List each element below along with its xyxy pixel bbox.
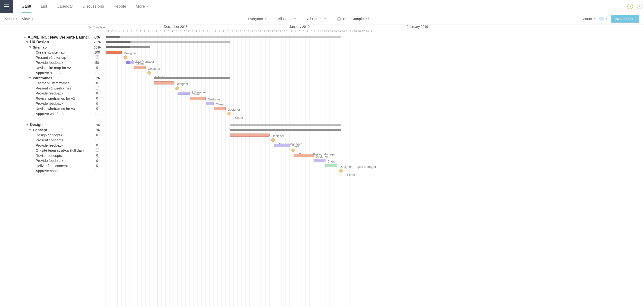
task-row[interactable]: Design concepts0: [0, 133, 106, 138]
day-header: 2: [202, 30, 206, 34]
task-row[interactable]: Approve site map: [0, 70, 106, 76]
complete-checkbox[interactable]: [96, 112, 99, 115]
task-bar[interactable]: Designer: [230, 134, 270, 137]
task-row[interactable]: Present v1 sitemap: [0, 55, 106, 60]
day-header: 6: [126, 30, 130, 34]
task-bar[interactable]: Designer, Project Manager: [326, 164, 337, 167]
task-row[interactable]: Provide feedback0: [0, 143, 106, 148]
collapse-icon[interactable]: [26, 41, 28, 43]
group-row[interactable]: Sitemap55%: [0, 45, 106, 50]
milestone[interactable]: Project Manager: [271, 138, 275, 142]
hide-completed-toggle[interactable]: Hide Completed: [337, 17, 369, 21]
day-header: 20: [341, 30, 346, 34]
task-bar[interactable]: Client: [178, 92, 190, 95]
milestone[interactable]: Project Manager: [175, 86, 179, 90]
task-row[interactable]: Approve concept: [0, 168, 106, 173]
task-row[interactable]: Revise wireframes for v20: [0, 96, 106, 101]
group-row[interactable]: ACME INC: New Website Launch6%: [0, 34, 106, 40]
group-row[interactable]: Design0%: [0, 122, 106, 128]
task-row[interactable]: Present concepts: [0, 138, 106, 143]
complete-checkbox[interactable]: [96, 86, 99, 90]
task-bar[interactable]: Designer: [106, 51, 122, 54]
day-header: 13: [322, 30, 326, 34]
day-header: 19: [162, 30, 166, 34]
task-row[interactable]: Provide feedback50: [0, 60, 106, 65]
complete-checkbox[interactable]: [96, 56, 99, 59]
task-row[interactable]: Present v1 wireframes: [0, 86, 106, 91]
complete-checkbox[interactable]: [96, 148, 99, 152]
gantt-body[interactable]: DesignerProject ManagerClientDesignerCli…: [106, 34, 644, 307]
task-pct: 0: [88, 159, 106, 163]
task-bar[interactable]: Client: [314, 159, 326, 162]
task-bar[interactable]: Designer: [134, 66, 146, 69]
summary-bar[interactable]: [230, 129, 341, 131]
task-row[interactable]: Provide feedback0: [0, 101, 106, 106]
hamburger-menu[interactable]: [0, 0, 13, 13]
task-row[interactable]: Revise wireframes for v30: [0, 106, 106, 111]
task-row[interactable]: Off-site team strat-op (full day): [0, 148, 106, 153]
collapse-icon[interactable]: [24, 37, 26, 38]
filter-dates[interactable]: All Dates ▼: [278, 17, 296, 21]
task-name: Create v1 sitemap: [36, 50, 65, 54]
assignee-label: Designer, Project Manager: [340, 165, 376, 168]
task-bar[interactable]: Designer: [190, 97, 206, 100]
summary-bar[interactable]: [106, 36, 341, 38]
chevron-down-icon: ▼: [15, 17, 18, 20]
complete-checkbox[interactable]: [96, 71, 99, 74]
task-row[interactable]: Revise concepts0: [0, 153, 106, 158]
filter-everyone[interactable]: Everyone ▼: [248, 17, 267, 21]
chevron-down-icon: ▼: [294, 17, 296, 20]
collapse-icon[interactable]: [29, 46, 32, 48]
help-icon[interactable]: ?: [637, 4, 642, 9]
task-row[interactable]: Provide feedback0: [0, 158, 106, 163]
menu-dropdown[interactable]: Menu ▼: [5, 17, 18, 21]
complete-checkbox[interactable]: [96, 138, 99, 141]
task-bar[interactable]: Designer: [294, 154, 314, 157]
task-bar[interactable]: Designer: [214, 107, 226, 110]
sidebar-header: % Complete: [0, 25, 106, 30]
task-bar[interactable]: Designer: [154, 81, 174, 85]
task-row[interactable]: Deliver final concept0: [0, 163, 106, 168]
summary-bar[interactable]: [154, 77, 230, 79]
milestone[interactable]: Designer, Project Manager: [291, 148, 295, 152]
task-row[interactable]: Create v1 wireframes0: [0, 80, 106, 86]
color-dropdown[interactable]: ▼: [599, 17, 608, 21]
day-header: 26: [182, 30, 186, 34]
tab-calendar[interactable]: Calendar: [52, 0, 78, 13]
summary-bar[interactable]: [230, 124, 341, 126]
tab-list[interactable]: List: [36, 0, 52, 13]
tab-people[interactable]: People: [109, 0, 131, 13]
clock-icon[interactable]: [627, 4, 633, 9]
group-row[interactable]: Wireframes0%: [0, 76, 106, 81]
group-row[interactable]: UX Design20%: [0, 40, 106, 45]
day-header: 16: [242, 30, 246, 34]
task-bar[interactable]: Client: [206, 102, 214, 105]
group-row[interactable]: Concept0%: [0, 127, 106, 133]
zoom-dropdown[interactable]: Zoom ▼: [583, 17, 596, 21]
tab-more[interactable]: More▼: [131, 0, 154, 13]
task-pct: 6%: [88, 35, 106, 40]
collapse-icon[interactable]: [29, 77, 32, 79]
invite-button[interactable]: Invite People: [611, 15, 639, 23]
task-row[interactable]: Provide feedback0: [0, 91, 106, 96]
collapse-icon[interactable]: [29, 129, 32, 131]
task-row[interactable]: Revise site map for v20: [0, 65, 106, 71]
tab-discussions[interactable]: Discussions: [78, 0, 109, 13]
task-tree[interactable]: ACME INC: New Website Launch6%UX Design2…: [0, 34, 106, 307]
progress-overlay: [126, 61, 130, 64]
milestone[interactable]: Project Manager: [123, 55, 128, 60]
view-dropdown[interactable]: View ▼: [22, 17, 34, 21]
task-row[interactable]: Create v1 sitemap100: [0, 50, 106, 55]
complete-checkbox[interactable]: [96, 169, 99, 172]
collapse-icon[interactable]: [26, 124, 28, 126]
filter-colors[interactable]: All Colors ▼: [307, 17, 326, 21]
milestone[interactable]: Client: [339, 168, 343, 173]
tab-gantt[interactable]: Gantt: [17, 0, 36, 13]
task-row[interactable]: Approve wireframes: [0, 111, 106, 116]
task-name: Design: [30, 123, 42, 127]
task-bar[interactable]: Client: [274, 144, 290, 147]
task-pct: 0: [88, 66, 106, 70]
milestone[interactable]: Client: [227, 111, 231, 116]
gantt-chart[interactable]: December 2018January 2019February 2019 2…: [106, 25, 644, 307]
milestone[interactable]: Client: [147, 71, 152, 75]
